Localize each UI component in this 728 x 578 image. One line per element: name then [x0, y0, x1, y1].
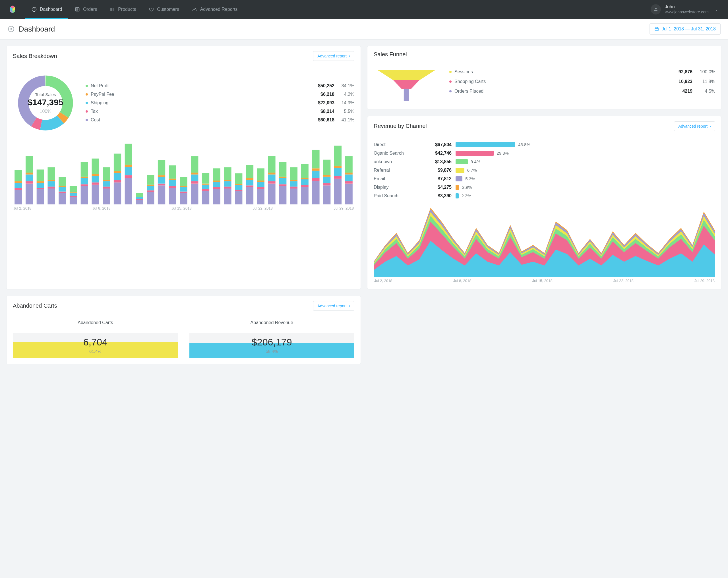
nav-item-advanced-reports[interactable]: Advanced Reports [185, 0, 244, 19]
svg-rect-92 [191, 175, 198, 181]
svg-rect-86 [180, 192, 187, 193]
svg-rect-144 [301, 164, 308, 178]
svg-rect-53 [103, 180, 110, 181]
svg-rect-126 [268, 181, 275, 184]
card-abandoned-carts: Abandoned Carts Advanced report › Abando… [6, 296, 361, 364]
svg-rect-147 [312, 170, 319, 178]
donut-chart: Total Sales $147,395 100% [13, 70, 78, 136]
legend-row: Shipping$22,09314.9% [85, 99, 354, 107]
svg-rect-12 [15, 183, 22, 188]
svg-rect-56 [114, 180, 121, 183]
svg-rect-131 [279, 184, 286, 186]
legend-dot [85, 119, 88, 121]
svg-rect-47 [92, 176, 99, 183]
chevron-right-icon: › [349, 304, 350, 308]
svg-rect-27 [48, 181, 55, 187]
svg-rect-121 [257, 187, 264, 189]
svg-rect-123 [257, 181, 264, 182]
card-sales-breakdown: Sales Breakdown Advanced report › Total … [6, 46, 361, 289]
svg-rect-145 [312, 181, 319, 204]
svg-rect-117 [246, 180, 253, 185]
svg-rect-151 [323, 183, 331, 185]
svg-rect-125 [268, 184, 275, 204]
svg-rect-43 [81, 177, 88, 178]
svg-rect-81 [169, 186, 176, 188]
avatar-icon [651, 4, 661, 15]
svg-rect-90 [191, 184, 198, 204]
channel-row: Direct$67,80445.8% [374, 140, 715, 149]
svg-rect-50 [103, 188, 110, 204]
calendar-icon [654, 27, 659, 31]
abandoned-metric: Abandoned Carts6,70461.4% [13, 320, 178, 358]
svg-rect-157 [334, 168, 341, 176]
svg-rect-156 [334, 176, 341, 179]
svg-rect-112 [235, 185, 242, 190]
advanced-report-button[interactable]: Advanced report › [313, 51, 354, 61]
svg-rect-33 [58, 186, 66, 187]
svg-rect-132 [279, 178, 286, 184]
nav-item-dashboard[interactable]: Dashboard [25, 0, 68, 19]
svg-rect-159 [334, 146, 341, 166]
svg-rect-102 [213, 182, 220, 187]
svg-rect-59 [114, 154, 121, 171]
svg-rect-149 [312, 150, 319, 168]
legend-dot [85, 85, 88, 87]
svg-rect-14 [15, 170, 22, 181]
svg-rect-150 [323, 185, 331, 204]
svg-rect-57 [114, 173, 121, 180]
legend-dot [449, 71, 451, 73]
svg-rect-148 [312, 168, 319, 170]
svg-rect-95 [202, 191, 209, 204]
page-header: Dashboard Jul 1, 2018 — Jul 31, 2018 [0, 19, 728, 40]
channel-row: unknown$13,8559.4% [374, 158, 715, 166]
svg-rect-154 [323, 160, 331, 175]
svg-rect-60 [125, 178, 132, 204]
svg-rect-89 [180, 177, 187, 186]
nav-item-products[interactable]: Products [103, 0, 142, 19]
nav-icon [75, 6, 80, 12]
nav-item-orders[interactable]: Orders [68, 0, 103, 19]
svg-rect-115 [246, 187, 253, 204]
svg-rect-10 [15, 190, 22, 204]
card-title: Sales Funnel [374, 51, 407, 58]
svg-rect-73 [147, 185, 154, 186]
svg-rect-109 [224, 167, 231, 180]
svg-rect-49 [92, 159, 99, 174]
user-menu[interactable]: John www.johnswebstore.com ⌄ [648, 0, 728, 19]
svg-rect-17 [26, 175, 33, 181]
advanced-report-button[interactable]: Advanced report › [313, 301, 354, 311]
chevron-right-icon: › [710, 124, 711, 128]
svg-marker-165 [377, 70, 436, 80]
svg-rect-101 [213, 187, 220, 189]
date-range-picker[interactable]: Jul 1, 2018 — Jul 31, 2018 [650, 23, 721, 35]
svg-rect-54 [103, 167, 110, 180]
svg-rect-38 [70, 192, 77, 193]
svg-rect-52 [103, 181, 110, 187]
logo[interactable] [0, 0, 25, 19]
svg-rect-31 [58, 192, 66, 193]
svg-rect-105 [224, 188, 231, 204]
svg-rect-114 [235, 174, 242, 184]
svg-rect-103 [213, 181, 220, 182]
svg-point-8 [10, 28, 11, 29]
svg-rect-111 [235, 190, 242, 191]
svg-rect-99 [202, 173, 209, 183]
legend-row: PayPal Fee$6,2184.2% [85, 90, 354, 99]
svg-rect-96 [202, 189, 209, 191]
svg-rect-164 [345, 156, 352, 173]
svg-rect-163 [345, 173, 352, 175]
svg-rect-72 [147, 186, 154, 190]
channel-bar [456, 151, 494, 156]
svg-rect-61 [125, 175, 132, 178]
svg-rect-122 [257, 182, 264, 187]
svg-rect-18 [26, 173, 33, 175]
svg-rect-138 [290, 180, 297, 181]
svg-rect-45 [92, 185, 99, 204]
svg-rect-20 [37, 189, 44, 204]
nav-icon [31, 6, 37, 12]
svg-rect-67 [136, 197, 143, 199]
svg-rect-68 [136, 197, 143, 197]
advanced-report-button[interactable]: Advanced report › [674, 122, 715, 131]
svg-rect-91 [191, 181, 198, 184]
nav-item-customers[interactable]: Customers [142, 0, 185, 19]
